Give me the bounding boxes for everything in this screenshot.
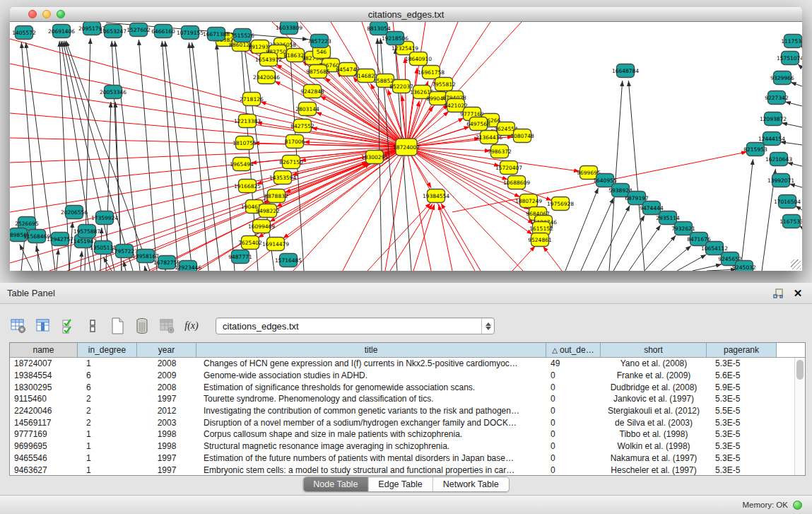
tab-network-table[interactable]: Network Table [433, 477, 509, 491]
cell-pagerank: 5.3E-5 [707, 416, 777, 428]
graph-node[interactable]: 7515526 [230, 29, 254, 42]
graph-node[interactable]: 9875685 [306, 65, 330, 78]
function-builder-icon[interactable]: f(x) [182, 317, 201, 335]
graph-node[interactable]: 16033809 [276, 22, 302, 35]
float-panel-icon[interactable] [771, 286, 785, 300]
cell-name: 9777169 [10, 428, 78, 440]
table-row[interactable]: 1456911722003Disruption of a novel membe… [10, 416, 805, 428]
table-row[interactable]: 1872400712008Changes of HCN gene express… [10, 358, 805, 370]
graph-hub-node[interactable]: 18724007 [393, 139, 420, 156]
graph-node[interactable]: 8215953 [743, 143, 767, 156]
graph-node[interactable]: 17016504 [774, 195, 801, 209]
graph-node[interactable]: 16961758 [418, 66, 445, 79]
graph-node[interactable]: 9524861 [528, 233, 552, 247]
table-row[interactable]: 1830029562008Estimation of significance … [10, 381, 805, 393]
graph-node[interactable]: 16648784 [612, 64, 639, 78]
table-select[interactable]: citations_edges.txt [216, 317, 495, 334]
graph-node[interactable]: 9242848 [300, 85, 324, 98]
delete-table-icon[interactable] [158, 317, 176, 335]
show-columns-icon[interactable] [34, 317, 52, 335]
column-header-in_degree[interactable]: in_degree [78, 343, 137, 357]
column-header-pagerank[interactable]: pagerank [707, 343, 777, 357]
graph-node[interactable]: 9329966 [770, 71, 794, 85]
svg-text:11451947: 11451947 [70, 238, 97, 245]
graph-node[interactable]: 1117534 [781, 35, 802, 48]
network-canvas[interactable]: 7963822886012889129342322605898275051654… [10, 22, 802, 271]
row-height-icon[interactable] [83, 317, 102, 335]
create-column-icon[interactable] [108, 317, 126, 335]
table-row[interactable]: 946362711997Embryonic stem cells: a mode… [10, 464, 805, 476]
graph-node[interactable]: 9487771 [228, 250, 252, 264]
graph-node[interactable]: 15751074 [777, 52, 802, 65]
graph-node[interactable]: 1167533 [779, 215, 802, 228]
graph-node[interactable]: 7857223 [307, 35, 331, 48]
column-header-title[interactable]: title [196, 343, 546, 357]
table-row[interactable]: 977716911998Corpus callosum shape and si… [10, 428, 805, 440]
svg-text:19384554: 19384554 [423, 193, 449, 199]
graph-node[interactable]: 7625402 [238, 236, 262, 250]
select-rows-icon[interactable] [59, 317, 77, 335]
column-header-out_de[interactable]: △out_de… [546, 343, 601, 357]
column-header-name[interactable]: name [10, 343, 78, 357]
cell-year: 1998 [137, 428, 196, 440]
cell-pagerank: 5.3E-5 [707, 464, 777, 476]
graph-node[interactable]: 2803144 [295, 103, 319, 116]
scrollbar-thumb[interactable] [796, 360, 804, 380]
graph-node[interactable]: 1080748 [510, 129, 534, 143]
table-mode-icon[interactable] [9, 317, 28, 335]
graph-node[interactable]: 1965494 [230, 158, 254, 171]
graph-node[interactable]: 9245032 [732, 261, 756, 271]
cell-title: Estimation of significance thresholds fo… [196, 381, 546, 393]
graph-node[interactable]: 1810755 [233, 136, 257, 150]
graph-node[interactable]: 19384554 [423, 189, 449, 203]
cell-out_de: 0 [546, 393, 601, 405]
graph-node[interactable]: 9227342 [765, 91, 789, 105]
delete-column-icon[interactable] [133, 317, 151, 335]
graph-node[interactable]: 15716485 [275, 254, 302, 267]
table-scrollbar[interactable] [794, 358, 805, 475]
graph-node[interactable]: 6466160 [151, 25, 175, 38]
svg-text:9242848: 9242848 [300, 88, 324, 95]
network-graph[interactable]: 7963822886012889129342322605898275051654… [10, 22, 802, 271]
graph-node[interactable]: 6497568 [466, 117, 490, 131]
table-row[interactable]: 2242004622012Investigating the contribut… [10, 405, 805, 417]
graph-node[interactable]: 8427552 [290, 119, 314, 133]
graph-node[interactable]: 20691406 [48, 25, 75, 38]
graph-node[interactable]: 16210643 [765, 153, 792, 166]
graph-node[interactable]: 10719155 [177, 26, 204, 40]
column-header-year[interactable]: year [137, 343, 196, 357]
network-window-titlebar[interactable]: citations_edges.txt [10, 7, 802, 22]
svg-text:7955812: 7955812 [432, 81, 456, 88]
column-header-short[interactable]: short [601, 343, 707, 357]
graph-node[interactable]: 20206556 [61, 206, 88, 219]
table-row[interactable]: 946554611997Estimation of the future num… [10, 452, 805, 465]
graph-node[interactable]: 8878832 [264, 189, 288, 203]
graph-node[interactable]: 2718126 [240, 93, 264, 106]
graph-node[interactable]: 13992071 [767, 174, 794, 187]
graph-node[interactable]: 1527602 [126, 23, 151, 37]
tab-node-table[interactable]: Node Table [303, 477, 368, 491]
tab-edge-table[interactable]: Edge Table [368, 477, 433, 491]
cell-year: 1998 [137, 440, 196, 452]
graph-node[interactable]: 7955812 [432, 78, 456, 91]
svg-text:18300295: 18300295 [361, 154, 388, 160]
close-panel-icon[interactable]: ✕ [791, 286, 805, 300]
svg-text:20691406: 20691406 [48, 28, 75, 35]
cell-year: 2009 [137, 370, 196, 382]
graph-node[interactable]: 1405572 [12, 26, 36, 40]
table-row[interactable]: 1938455462009Genome-wide association stu… [10, 370, 805, 382]
window-title: citations_edges.txt [10, 9, 802, 20]
graph-node[interactable]: 8267150 [279, 156, 303, 169]
svg-text:9245032: 9245032 [732, 264, 756, 271]
graph-node[interactable]: 19756928 [547, 197, 574, 211]
graph-node[interactable]: 817006 [285, 135, 305, 148]
graph-node[interactable]: 7986372 [488, 145, 512, 158]
graph-node[interactable]: 9498222 [256, 204, 280, 218]
table-row[interactable]: 911546021997Tourette syndrome. Phenomeno… [10, 393, 805, 405]
graph-node[interactable]: 10688609 [503, 176, 530, 189]
graph-node[interactable]: 18807249 [515, 194, 542, 208]
graph-node[interactable]: 12213383 [234, 115, 261, 128]
table-row[interactable]: 969969511998Structural magnetic resonanc… [10, 440, 805, 452]
window-resize-grip[interactable] [791, 259, 801, 269]
svg-text:20053346: 20053346 [100, 89, 126, 95]
